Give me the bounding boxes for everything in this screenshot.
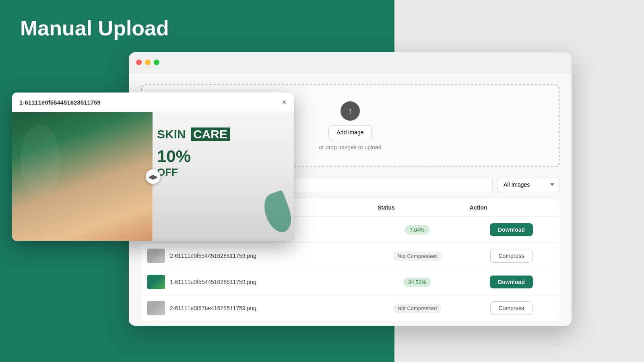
download-button-2[interactable]: Download	[490, 276, 533, 288]
table-row: 1-61111e0f554451628511759.png 34.50% Dow…	[141, 269, 559, 295]
divider-handle[interactable]: ◀▶	[146, 169, 160, 184]
traffic-light-red[interactable]	[136, 60, 142, 65]
off-text: OFF	[157, 166, 290, 179]
file-cell-1: 2-61111e0f554451628511759.png	[141, 243, 371, 269]
compress-button-1[interactable]: Compress	[490, 249, 533, 263]
col-header-status: Status	[371, 199, 463, 217]
status-cell-1: Not Compressed	[371, 243, 463, 269]
col-header-action: Action	[463, 199, 559, 217]
filename-2: 1-61111e0f554451628511759.png	[170, 279, 256, 285]
status-badge-2: 34.50%	[403, 278, 431, 287]
filename-1: 2-61111e0f554451628511759.png	[170, 253, 256, 259]
status-badge-0: 7.04%	[405, 225, 429, 234]
table-row: 2-61111e0f554451628511759.png Not Compre…	[141, 243, 559, 269]
page-title: Manual Upload	[20, 16, 169, 40]
action-cell-3: Compress	[463, 295, 559, 321]
popup-title: 1-61111e0f554451628511759	[19, 99, 101, 106]
upload-icon: ↑	[341, 101, 360, 121]
status-cell-2: 34.50%	[371, 269, 463, 295]
file-thumb-3	[147, 301, 165, 315]
filter-select[interactable]: All Images Compressed Not Compressed	[497, 177, 559, 192]
file-thumb-1	[147, 249, 165, 263]
upload-arrow: ↑	[348, 106, 353, 116]
upload-hint: or drop images to upload	[319, 144, 382, 150]
file-cell-3: 2-61111e0f57be41628511759.png	[141, 295, 371, 321]
traffic-light-yellow[interactable]	[145, 60, 151, 65]
compress-button-3[interactable]: Compress	[490, 301, 533, 315]
window-titlebar	[129, 52, 572, 72]
action-cell-2: Download	[463, 269, 559, 295]
preview-image-container: BEFORE AFTER SKIN CARE 10% OFF	[12, 112, 294, 241]
popup-close-button[interactable]: ×	[282, 98, 287, 106]
status-cell-3: Not Compressed	[371, 295, 463, 321]
status-badge-3: Not Compressed	[393, 304, 442, 313]
discount-text: 10%	[157, 147, 290, 166]
care-box: CARE	[191, 128, 230, 141]
preview-popup: 1-61111e0f554451628511759 × BEFORE AFTER…	[12, 93, 294, 241]
skin-text: SKIN	[157, 128, 186, 141]
preview-after: AFTER SKIN CARE 10% OFF	[153, 112, 294, 241]
file-thumb-2	[147, 275, 165, 289]
popup-titlebar: 1-61111e0f554451628511759 ×	[12, 93, 294, 112]
status-badge-1: Not Compressed	[393, 251, 442, 261]
add-image-button[interactable]: Add image	[328, 125, 372, 139]
action-cell-1: Compress	[463, 243, 559, 269]
traffic-light-green[interactable]	[154, 60, 159, 65]
divider-arrows: ◀▶	[148, 173, 158, 181]
action-cell-0: Download	[463, 217, 559, 243]
filename-3: 2-61111e0f57be41628511759.png	[170, 305, 256, 311]
status-cell-0: 7.04%	[371, 217, 463, 243]
file-cell-2: 1-61111e0f554451628511759.png	[141, 269, 371, 295]
preview-before: BEFORE	[12, 112, 153, 241]
table-row: 2-61111e0f57be41628511759.png Not Compre…	[141, 295, 559, 321]
download-button-0[interactable]: Download	[490, 223, 533, 236]
